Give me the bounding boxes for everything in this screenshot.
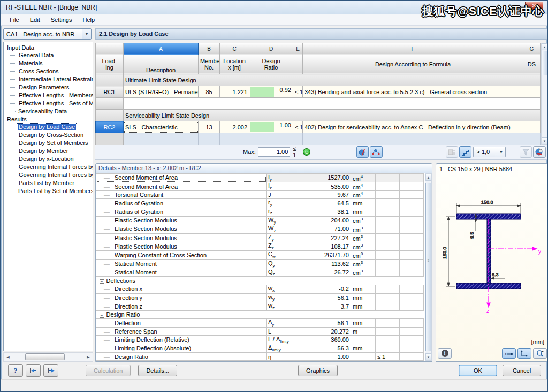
col-letter-f[interactable]: F bbox=[303, 43, 523, 55]
details-vertical-scrollbar[interactable]: ▲ ≡ ▼ bbox=[425, 173, 432, 361]
details-button[interactable]: Details... bbox=[138, 365, 177, 376]
details-row[interactable]: Direction ywy56.1mm bbox=[96, 294, 424, 302]
tree-horizontal-scrollbar[interactable]: ◀ ▶ bbox=[3, 352, 93, 362]
row-member[interactable]: 85 bbox=[199, 86, 220, 98]
tree-item[interactable]: Design by Cross-Section bbox=[10, 131, 93, 139]
details-row[interactable]: Statical MomentQy113.62cm3 bbox=[96, 259, 424, 268]
tree-item[interactable]: Intermediate Lateral Restraints bbox=[10, 75, 93, 83]
zoom-button[interactable] bbox=[533, 348, 547, 359]
row-design-ratio[interactable]: 1.00 bbox=[249, 121, 293, 133]
details-row[interactable]: Plastic Section ModulusZy227.24cm3 bbox=[96, 233, 424, 242]
col-letter-g[interactable]: G bbox=[523, 43, 541, 55]
scroll-down-icon[interactable]: ▼ bbox=[425, 353, 431, 360]
tree-item[interactable]: Design by Load Case bbox=[10, 123, 93, 131]
details-row[interactable]: Warping Constant of Cross-SectionCw26371… bbox=[96, 251, 424, 259]
row-ds[interactable] bbox=[523, 86, 541, 98]
menu-item[interactable]: Edit bbox=[25, 16, 45, 24]
col-letter-e[interactable]: E bbox=[293, 43, 303, 55]
scroll-thumb[interactable] bbox=[542, 51, 547, 75]
result-row-rc2[interactable]: RC2 SLS - Characteristic 13 2.002 1.00 ≤… bbox=[96, 121, 541, 133]
details-row[interactable]: Torsional ConstantJ9.67cm4 bbox=[96, 191, 424, 199]
details-row[interactable]: Statical MomentQz26.72cm3 bbox=[96, 268, 424, 276]
relation-scales-button[interactable] bbox=[370, 146, 382, 158]
scroll-right-icon[interactable]: ▶ bbox=[84, 355, 93, 359]
row-design-ratio[interactable]: 0.92 bbox=[249, 86, 293, 98]
scroll-up-icon[interactable]: ▲ bbox=[542, 43, 547, 50]
scroll-thumb[interactable]: ≡ bbox=[425, 183, 431, 351]
filter-button[interactable] bbox=[520, 146, 532, 158]
tree-item[interactable]: Effective Lengths - Members bbox=[10, 91, 93, 99]
details-group-row[interactable]: −Deflections bbox=[96, 276, 424, 285]
scroll-up-icon[interactable]: ▲ bbox=[425, 174, 431, 181]
details-row[interactable]: Limiting Deflection (Relative)L / Δlim,y… bbox=[96, 335, 424, 344]
tree-item[interactable]: General Data bbox=[10, 51, 93, 59]
color-scale-button[interactable] bbox=[533, 146, 545, 158]
details-row[interactable]: Radius of Gyrationry64.5mm bbox=[96, 199, 424, 207]
ratio-filter-dropdown[interactable]: > 1,0 ▼ bbox=[473, 147, 506, 157]
tree-item[interactable]: Design by x-Location bbox=[10, 155, 93, 163]
row-limit[interactable]: ≤ 1 bbox=[293, 86, 303, 98]
tree-item[interactable]: Design by Set of Members bbox=[10, 139, 93, 147]
details-row[interactable]: Direction xwx-0.2mm bbox=[96, 285, 424, 293]
collapse-icon[interactable]: − bbox=[100, 279, 104, 284]
tree-item[interactable]: Materials bbox=[10, 59, 93, 67]
member-axes-button[interactable]: x bbox=[502, 348, 516, 359]
graphics-button[interactable]: Graphics bbox=[298, 365, 338, 376]
details-row[interactable]: Design Ratioη1.00≤ 1 bbox=[96, 353, 424, 361]
row-formula[interactable]: 343) Bending and axial force acc. to 5.5… bbox=[303, 86, 523, 98]
tree-item[interactable]: Serviceability Data bbox=[10, 107, 93, 116]
col-letter-d[interactable]: D bbox=[249, 43, 293, 55]
tree-root-results[interactable]: Results bbox=[6, 116, 93, 123]
details-group-row[interactable]: −Design Ratio bbox=[96, 311, 424, 319]
tree-item[interactable]: Governing Internal Forces by Set of Memb… bbox=[10, 171, 93, 179]
section-axes-button[interactable] bbox=[517, 348, 531, 359]
col-letter-a[interactable]: A bbox=[124, 43, 199, 55]
ok-button[interactable]: OK bbox=[459, 365, 497, 376]
table-vertical-scrollbar[interactable]: ▲ ▼ bbox=[541, 43, 548, 145]
calculation-button[interactable]: Calculation bbox=[86, 365, 131, 376]
details-row[interactable]: Direction zwz3.7mm bbox=[96, 302, 424, 311]
result-row-rc1[interactable]: RC1 ULS (STR/GEO) - Permanent 85 1.221 0… bbox=[96, 86, 541, 98]
row-limit[interactable]: ≤ 1 bbox=[293, 121, 303, 133]
design-case-selector[interactable]: CA1 - Design acc. to NBR ▼ bbox=[3, 28, 92, 40]
details-row[interactable]: Limiting Deflection (Absolute)Δlim,y56.3… bbox=[96, 344, 424, 352]
row-description[interactable]: ULS (STR/GEO) - Permanent bbox=[124, 86, 199, 98]
col-letter-c[interactable]: C bbox=[220, 43, 249, 55]
details-row[interactable]: Plastic Section ModulusZz108.17cm3 bbox=[96, 242, 424, 251]
tree-item[interactable]: Parts List by Set of Members bbox=[10, 187, 93, 195]
details-row[interactable]: Radius of Gyrationrz38.1mm bbox=[96, 207, 424, 216]
previous-table-button[interactable] bbox=[26, 364, 41, 377]
tree-root-input-data[interactable]: Input Data bbox=[6, 44, 93, 51]
details-row[interactable]: Second Moment of AreaIz535.00cm4 bbox=[96, 182, 424, 191]
tree-item[interactable]: Governing Internal Forces by Member bbox=[10, 163, 93, 171]
tree-item[interactable]: Parts List by Member bbox=[10, 179, 93, 187]
row-location[interactable]: 2.002 bbox=[220, 121, 249, 133]
collapse-icon[interactable]: − bbox=[100, 313, 104, 318]
row-location[interactable]: 1.221 bbox=[220, 86, 249, 98]
exceeding-only-button[interactable] bbox=[459, 146, 471, 158]
details-row[interactable]: Elastic Section ModulusWy204.00cm3 bbox=[96, 216, 424, 225]
row-formula[interactable]: 402) Design for serviceability acc. to A… bbox=[303, 121, 523, 133]
scroll-down-icon[interactable]: ▼ bbox=[542, 137, 547, 144]
result-diagrams-button[interactable] bbox=[356, 146, 369, 158]
row-description-selected[interactable]: SLS - Characteristic bbox=[124, 121, 199, 133]
scroll-thumb[interactable] bbox=[25, 353, 65, 360]
tree-item[interactable]: Effective Lengths - Sets of Members bbox=[10, 99, 93, 107]
tree-item[interactable]: Design by Member bbox=[10, 147, 93, 155]
details-row[interactable]: Elastic Section ModulusWz71.00cm3 bbox=[96, 225, 424, 233]
row-ds[interactable] bbox=[523, 121, 541, 133]
scroll-left-icon[interactable]: ◀ bbox=[4, 355, 12, 359]
tree-item[interactable]: Cross-Sections bbox=[10, 67, 93, 75]
details-row[interactable]: Reference SpanL20.272m bbox=[96, 327, 424, 335]
details-row[interactable]: Second Moment of AreaIy1527.00cm4 bbox=[96, 173, 424, 182]
col-letter-b[interactable]: B bbox=[199, 43, 220, 55]
row-member[interactable]: 13 bbox=[199, 121, 220, 133]
menu-item[interactable]: Help bbox=[78, 16, 100, 24]
show-all-rows-button[interactable] bbox=[446, 146, 458, 158]
details-row[interactable]: DeflectionΔy56.1mm bbox=[96, 319, 424, 327]
tree-item[interactable]: Design Parameters bbox=[10, 83, 93, 91]
info-button[interactable]: i bbox=[438, 348, 452, 359]
menu-item[interactable]: Settings bbox=[46, 16, 77, 24]
menu-item[interactable]: File bbox=[5, 16, 24, 24]
next-table-button[interactable] bbox=[43, 364, 58, 377]
